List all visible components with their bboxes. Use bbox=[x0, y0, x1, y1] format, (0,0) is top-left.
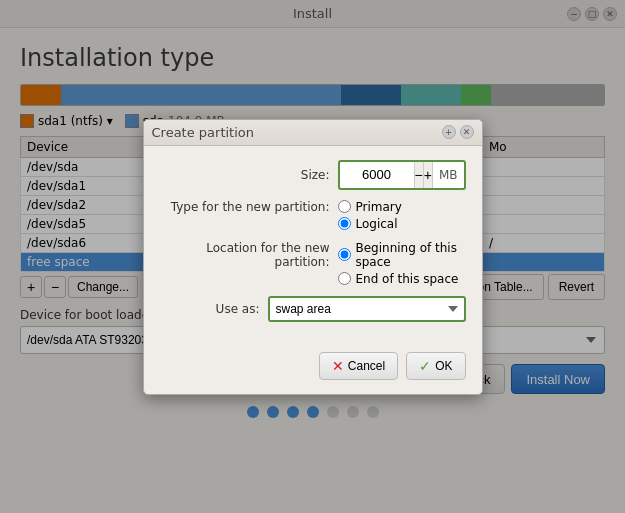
ok-button[interactable]: ✓ OK bbox=[406, 352, 465, 380]
cancel-button[interactable]: ✕ Cancel bbox=[319, 352, 398, 380]
location-beginning-option: Beginning of this space bbox=[338, 241, 466, 269]
cancel-icon: ✕ bbox=[332, 358, 344, 374]
size-unit: MB bbox=[432, 162, 464, 188]
dialog-titlebar: Create partition + ✕ bbox=[144, 120, 482, 146]
size-row: Size: 6000 − + MB bbox=[160, 160, 466, 190]
location-end-radio[interactable] bbox=[338, 272, 351, 285]
dialog-body: Size: 6000 − + MB Type for the new parti… bbox=[144, 146, 482, 346]
ok-icon: ✓ bbox=[419, 358, 431, 374]
type-primary-radio[interactable] bbox=[338, 200, 351, 213]
location-end-label: End of this space bbox=[356, 272, 459, 286]
type-logical-radio[interactable] bbox=[338, 217, 351, 230]
use-as-row: Use as: swap area Ext4 journaling file s… bbox=[160, 296, 466, 322]
type-label: Type for the new partition: bbox=[160, 200, 330, 214]
type-logical-option: Logical bbox=[338, 217, 402, 231]
type-primary-option: Primary bbox=[338, 200, 402, 214]
size-control: 6000 − + MB bbox=[338, 160, 466, 190]
location-beginning-radio[interactable] bbox=[338, 248, 351, 261]
dialog-footer: ✕ Cancel ✓ OK bbox=[144, 346, 482, 394]
size-label: Size: bbox=[160, 168, 330, 182]
size-input[interactable]: 6000 bbox=[340, 165, 414, 184]
use-as-select[interactable]: swap area Ext4 journaling file system Ex… bbox=[268, 296, 466, 322]
dialog-overlay: Create partition + ✕ Size: 6000 − + MB T… bbox=[0, 0, 625, 513]
partition-location-group: Beginning of this space End of this spac… bbox=[338, 241, 466, 286]
create-partition-dialog: Create partition + ✕ Size: 6000 − + MB T… bbox=[143, 119, 483, 395]
dialog-minimize-button[interactable]: + bbox=[442, 125, 456, 139]
partition-location-row: Location for the new partition: Beginnin… bbox=[160, 241, 466, 286]
dialog-close-button[interactable]: ✕ bbox=[460, 125, 474, 139]
type-primary-label: Primary bbox=[356, 200, 402, 214]
location-end-option: End of this space bbox=[338, 272, 466, 286]
dialog-close-buttons: + ✕ bbox=[442, 125, 474, 139]
dialog-title: Create partition bbox=[152, 125, 255, 140]
partition-type-group: Primary Logical bbox=[338, 200, 402, 231]
ok-label: OK bbox=[435, 359, 452, 373]
location-label: Location for the new partition: bbox=[160, 241, 330, 269]
size-decrease-button[interactable]: − bbox=[414, 162, 423, 188]
use-as-label: Use as: bbox=[160, 302, 260, 316]
size-increase-button[interactable]: + bbox=[423, 162, 432, 188]
cancel-label: Cancel bbox=[348, 359, 385, 373]
type-logical-label: Logical bbox=[356, 217, 398, 231]
location-beginning-label: Beginning of this space bbox=[356, 241, 466, 269]
partition-type-row: Type for the new partition: Primary Logi… bbox=[160, 200, 466, 231]
